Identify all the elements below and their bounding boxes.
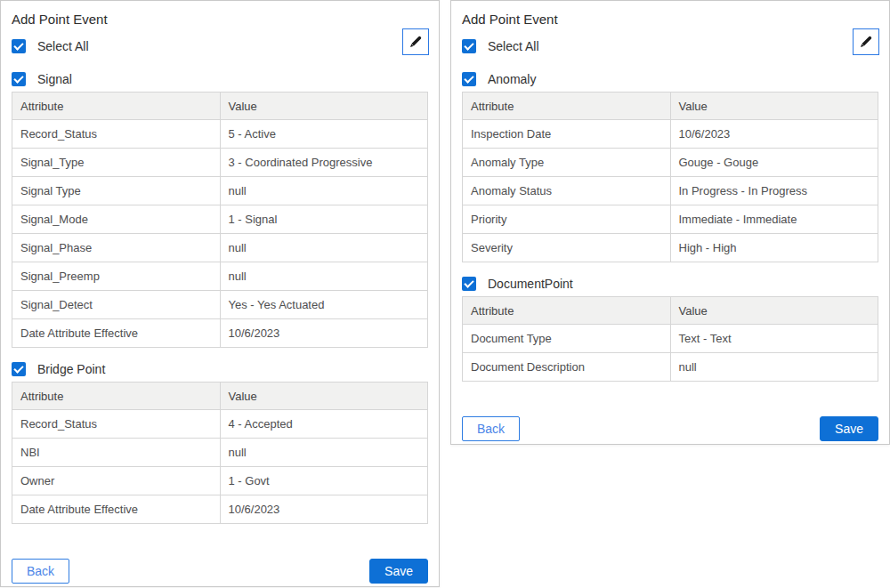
value-cell: In Progress - In Progress (670, 177, 878, 205)
table-row: Date Attribute Effective10/6/2023 (12, 495, 428, 524)
save-button[interactable]: Save (820, 416, 878, 441)
select-all-row: Select All (12, 38, 428, 54)
document-point-attribute-table: Attribute Value Document TypeText - Text… (462, 296, 878, 382)
group-document-point-row: DocumentPoint (462, 276, 878, 292)
save-button[interactable]: Save (369, 559, 428, 584)
attribute-cell: NBI (12, 439, 221, 467)
table-header-row: Attribute Value (12, 93, 428, 120)
table-row: Signal_Phasenull (12, 234, 428, 262)
select-all-label: Select All (37, 39, 89, 53)
anomaly-attribute-table: Attribute Value Inspection Date10/6/2023… (462, 92, 878, 262)
table-row: Record_Status4 - Accepted (12, 410, 428, 439)
footer-actions: Back Save (12, 559, 428, 584)
value-cell: 4 - Accepted (220, 410, 428, 439)
add-point-event-panel-left: Add Point Event Select All Signal (0, 0, 440, 587)
page-title: Add Point Event (12, 12, 428, 27)
attribute-column-header: Attribute (463, 297, 671, 325)
value-column-header: Value (670, 93, 878, 120)
group-anomaly-label: Anomaly (488, 72, 536, 86)
group-anomaly-checkbox[interactable] (462, 72, 476, 86)
add-point-event-panel-right: Add Point Event Select All Anomaly (450, 0, 890, 445)
select-all-checkbox[interactable] (12, 39, 26, 53)
value-cell: Immediate - Immediate (670, 205, 878, 234)
attribute-column-header: Attribute (12, 383, 221, 410)
table-row: Document Descriptionnull (463, 353, 878, 382)
edit-pen-button[interactable] (402, 28, 429, 55)
table-header-row: Attribute Value (463, 297, 878, 325)
page-title: Add Point Event (462, 12, 878, 27)
attribute-cell: Signal_Type (12, 149, 221, 177)
group-document-point: DocumentPoint Attribute Value Document T… (462, 276, 878, 382)
attribute-cell: Signal Type (12, 177, 221, 205)
value-cell: null (220, 262, 428, 291)
group-signal: Signal Attribute Value Record_Status5 - … (12, 71, 428, 348)
group-bridge-point-label: Bridge Point (37, 362, 105, 376)
attribute-column-header: Attribute (12, 93, 221, 120)
value-column-header: Value (220, 93, 428, 120)
table-header-row: Attribute Value (463, 93, 878, 120)
table-row: Record_Status5 - Active (12, 120, 428, 149)
table-row: Owner1 - Govt (12, 467, 428, 495)
attribute-cell: Signal_Detect (12, 291, 221, 319)
group-signal-label: Signal (37, 72, 72, 86)
table-row: Signal_Preempnull (12, 262, 428, 291)
group-anomaly-row: Anomaly (462, 71, 878, 87)
back-button[interactable]: Back (462, 416, 520, 441)
value-cell: Gouge - Gouge (670, 149, 878, 177)
group-signal-checkbox[interactable] (12, 72, 26, 86)
value-cell: 10/6/2023 (220, 495, 428, 524)
table-row: Anomaly StatusIn Progress - In Progress (463, 177, 878, 205)
table-row: NBInull (12, 439, 428, 467)
value-column-header: Value (220, 383, 428, 410)
group-signal-row: Signal (12, 71, 428, 87)
attribute-cell: Inspection Date (463, 120, 671, 149)
table-row: Signal Typenull (12, 177, 428, 205)
table-header-row: Attribute Value (12, 383, 428, 410)
value-cell: null (220, 177, 428, 205)
select-all-checkbox[interactable] (462, 39, 476, 53)
value-cell: 10/6/2023 (670, 120, 878, 149)
table-row: Document TypeText - Text (463, 325, 878, 353)
select-all-label: Select All (488, 39, 539, 53)
attribute-cell: Anomaly Status (463, 177, 671, 205)
group-bridge-point: Bridge Point Attribute Value Record_Stat… (12, 361, 428, 524)
attribute-cell: Date Attribute Effective (12, 495, 221, 524)
value-cell: 10/6/2023 (220, 319, 428, 348)
attribute-cell: Record_Status (12, 120, 221, 149)
value-cell: null (220, 439, 428, 467)
value-cell: 3 - Coordinated Progressive (220, 149, 428, 177)
table-row: Inspection Date10/6/2023 (463, 120, 878, 149)
value-cell: null (220, 234, 428, 262)
bridge-point-attribute-table: Attribute Value Record_Status4 - Accepte… (12, 382, 428, 524)
attribute-cell: Severity (463, 234, 671, 262)
table-row: Signal_Mode1 - Signal (12, 205, 428, 234)
table-row: SeverityHigh - High (463, 234, 878, 262)
value-cell: Text - Text (670, 325, 878, 353)
value-cell: null (670, 353, 878, 382)
back-button[interactable]: Back (12, 559, 69, 584)
value-cell: 5 - Active (220, 120, 428, 149)
value-cell: Yes - Yes Actuated (220, 291, 428, 319)
value-cell: 1 - Signal (220, 205, 428, 234)
attribute-cell: Anomaly Type (463, 149, 671, 177)
page: Add Point Event Select All Signal (0, 0, 890, 588)
group-document-point-label: DocumentPoint (488, 277, 573, 291)
group-bridge-point-checkbox[interactable] (12, 362, 26, 376)
table-row: Anomaly TypeGouge - Gouge (463, 149, 878, 177)
table-row: Signal_Type3 - Coordinated Progressive (12, 149, 428, 177)
value-column-header: Value (670, 297, 878, 325)
edit-pen-button[interactable] (853, 28, 879, 55)
group-bridge-point-row: Bridge Point (12, 361, 428, 377)
attribute-cell: Date Attribute Effective (12, 319, 221, 348)
pen-icon (859, 35, 873, 49)
attribute-cell: Signal_Phase (12, 234, 221, 262)
footer-actions: Back Save (462, 416, 878, 441)
attribute-cell: Signal_Mode (12, 205, 221, 234)
group-document-point-checkbox[interactable] (462, 277, 476, 291)
attribute-cell: Owner (12, 467, 221, 495)
attribute-cell: Document Type (463, 325, 671, 353)
value-cell: 1 - Govt (220, 467, 428, 495)
attribute-cell: Document Description (463, 353, 671, 382)
table-row: PriorityImmediate - Immediate (463, 205, 878, 234)
table-row: Signal_DetectYes - Yes Actuated (12, 291, 428, 319)
